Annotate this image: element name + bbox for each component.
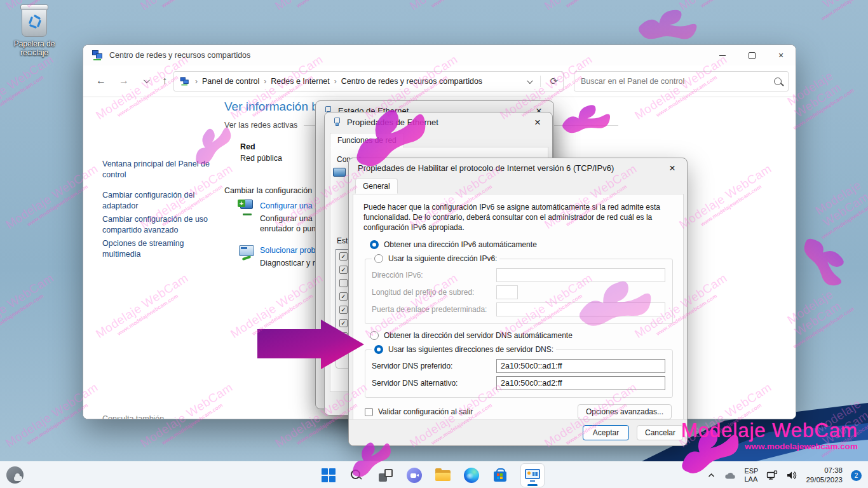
sidebar-item-media-streaming[interactable]: Opciones de streaming multimedia — [102, 238, 215, 260]
gateway-input — [496, 302, 665, 316]
validate-checkbox-row[interactable]: Validar configuración al salir — [365, 407, 473, 416]
search-icon[interactable] — [774, 78, 782, 85]
search-input[interactable] — [581, 77, 774, 86]
preferred-dns-label: Servidor DNS preferido: — [372, 362, 496, 370]
radio-on-icon[interactable] — [374, 345, 383, 354]
edge-icon[interactable] — [463, 467, 480, 484]
desktop: { "desktop": { "recycle_bin_label": "Pap… — [0, 0, 868, 488]
ipv6-button-bar: Aceptar Cancelar — [349, 419, 687, 445]
checkbox-checked-icon[interactable] — [339, 292, 348, 301]
breadcrumb-item[interactable]: Redes e Internet — [271, 77, 329, 86]
maximize-button[interactable] — [737, 45, 766, 65]
ipv6-titlebar[interactable]: Propiedades de Habilitar el protocolo de… — [349, 158, 687, 177]
tab-networking[interactable]: Funciones de red — [330, 133, 404, 148]
search-box[interactable] — [574, 71, 789, 92]
active-app-indicator — [527, 484, 538, 486]
ok-button[interactable]: Aceptar — [583, 425, 629, 440]
setup-connection-link[interactable]: Configurar una — [260, 201, 313, 210]
store-icon[interactable] — [492, 467, 508, 484]
radio-use-dns[interactable]: Usar las siguientes direcciones de servi… — [374, 343, 553, 356]
checkbox-checked-icon[interactable] — [339, 252, 348, 261]
ipv6-properties-dialog: Propiedades de Habilitar el protocolo de… — [348, 158, 688, 446]
explorer-toolbar: ← → ↑ › Panel de control › Redes e Inter… — [83, 65, 796, 97]
breadcrumb-item[interactable]: Panel de control — [202, 77, 259, 86]
radio-obtain-dns-auto[interactable]: Obtener la dirección del servidor DNS au… — [370, 329, 673, 342]
advanced-options-button[interactable]: Opciones avanzadas... — [578, 404, 672, 419]
sidebar-item-advanced-sharing[interactable]: Cambiar configuración de uso compartido … — [102, 214, 215, 236]
setup-connection-icon: + — [238, 200, 257, 216]
preferred-dns-input[interactable] — [496, 359, 665, 373]
control-panel-taskbar-icon[interactable] — [520, 463, 545, 487]
window-title: Centro de redes y recursos compartidos — [109, 51, 708, 60]
checkbox-unchecked-icon[interactable] — [365, 408, 373, 416]
network-tray-icon[interactable] — [766, 470, 778, 480]
setup-connection-desc2: enrutador o pun — [260, 224, 316, 233]
minimize-button[interactable] — [708, 45, 737, 65]
radio-use-ipv6[interactable]: Usar la siguiente dirección IPv6: — [374, 252, 497, 265]
watermark-logo: Modelaje WebCam www.modelajewebcam.com — [681, 421, 858, 451]
ipv6-general-page: Puede hacer que la configuración IPv6 se… — [353, 194, 684, 421]
checkbox-checked-icon[interactable] — [339, 266, 348, 274]
cancel-button[interactable]: Cancelar — [637, 425, 683, 440]
ethernet-properties-titlebar[interactable]: Propiedades de Ethernet × — [325, 112, 552, 132]
radio-off-icon[interactable] — [370, 331, 379, 340]
start-icon[interactable] — [320, 467, 337, 484]
watermark-tile: Modelaje WebCamwww.modelajewebcam.com — [804, 173, 868, 240]
task-view-icon[interactable] — [377, 467, 394, 484]
ipv6-intro-text: Puede hacer que la configuración IPv6 se… — [363, 202, 679, 233]
up-icon[interactable]: ↑ — [154, 71, 175, 91]
radio-on-icon[interactable] — [370, 240, 379, 249]
troubleshoot-icon — [238, 244, 257, 261]
address-dropdown-chevron-icon[interactable] — [527, 78, 533, 84]
setup-connection-desc: Configurar una — [260, 214, 313, 223]
checkbox-checked-icon[interactable] — [339, 319, 348, 327]
gateway-label: Puerta de enlace predeterminada: — [372, 305, 496, 314]
onedrive-icon[interactable] — [724, 471, 736, 480]
close-icon[interactable]: × — [665, 161, 679, 175]
forward-icon[interactable]: → — [114, 71, 134, 91]
see-also-header: Consulta también — [102, 414, 164, 419]
checkbox-unchecked-icon[interactable] — [339, 279, 348, 287]
clock[interactable]: 07:38 29/05/2023 — [806, 466, 843, 485]
breadcrumb-item[interactable]: Centro de redes y recursos compartidos — [341, 77, 482, 86]
radio-obtain-ipv6-auto[interactable]: Obtener una dirección IPv6 automáticamen… — [370, 238, 673, 251]
troubleshoot-link[interactable]: Solucionar prob — [260, 246, 316, 255]
recycle-bin[interactable]: Papelera de reciclaje — [5, 6, 64, 58]
watermark-tile: Modelaje WebCamwww.modelajewebcam.com — [138, 0, 239, 18]
tray-date: 29/05/2023 — [806, 475, 843, 485]
chat-icon[interactable] — [406, 467, 423, 484]
checkbox-checked-icon[interactable] — [339, 306, 348, 314]
language-indicator[interactable]: ESP LAA — [744, 467, 758, 484]
manual-dns-group: Usar las siguientes direcciones de servi… — [365, 343, 673, 398]
notification-badge[interactable]: 2 — [851, 470, 862, 481]
ipv6-address-label: Dirección IPv6: — [372, 271, 496, 280]
volume-icon[interactable] — [786, 470, 797, 480]
address-bar[interactable]: › Panel de control › Redes e Internet › … — [173, 71, 564, 92]
radio-off-icon[interactable] — [374, 254, 383, 263]
connection-items-label: Est — [337, 236, 348, 245]
close-icon[interactable]: × — [531, 116, 545, 129]
tab-general[interactable]: General — [355, 179, 398, 194]
taskbar: ESP LAA 07:38 29/05/2023 2 — [0, 461, 868, 488]
watermark-tile: Modelaje WebCamwww.modelajewebcam.com — [542, 0, 643, 18]
widgets-icon[interactable] — [6, 466, 24, 484]
address-location-icon — [180, 78, 189, 86]
alternate-dns-input[interactable] — [496, 376, 665, 390]
recycle-bin-label: Papelera de reciclaje — [5, 40, 64, 58]
sidebar-item-control-panel-home[interactable]: Ventana principal del Panel de control — [102, 159, 215, 180]
sidebar-item-adapter-settings[interactable]: Cambiar configuración del adaptador — [102, 190, 215, 212]
search-taskbar-icon[interactable] — [349, 467, 365, 484]
window-titlebar[interactable]: Centro de redes y recursos compartidos × — [83, 45, 796, 65]
recent-pages-chevron-icon[interactable] — [135, 71, 156, 91]
tray-chevron-icon[interactable] — [707, 471, 715, 479]
back-icon[interactable]: ← — [91, 71, 111, 91]
network-name: Red — [240, 142, 255, 151]
watermark-tile: Modelaje WebCamwww.modelajewebcam.com — [804, 0, 868, 22]
file-explorer-icon[interactable] — [435, 467, 451, 484]
watermark-tile: Modelaje WebCamwww.modelajewebcam.com — [0, 271, 60, 347]
troubleshoot-desc: Diagnosticar y re — [260, 259, 320, 268]
tray-time: 07:38 — [806, 466, 843, 475]
refresh-icon[interactable]: ⟳ — [550, 76, 558, 87]
close-button[interactable]: × — [766, 45, 796, 65]
watermark-logo-title: Modelaje WebCam — [681, 421, 858, 440]
